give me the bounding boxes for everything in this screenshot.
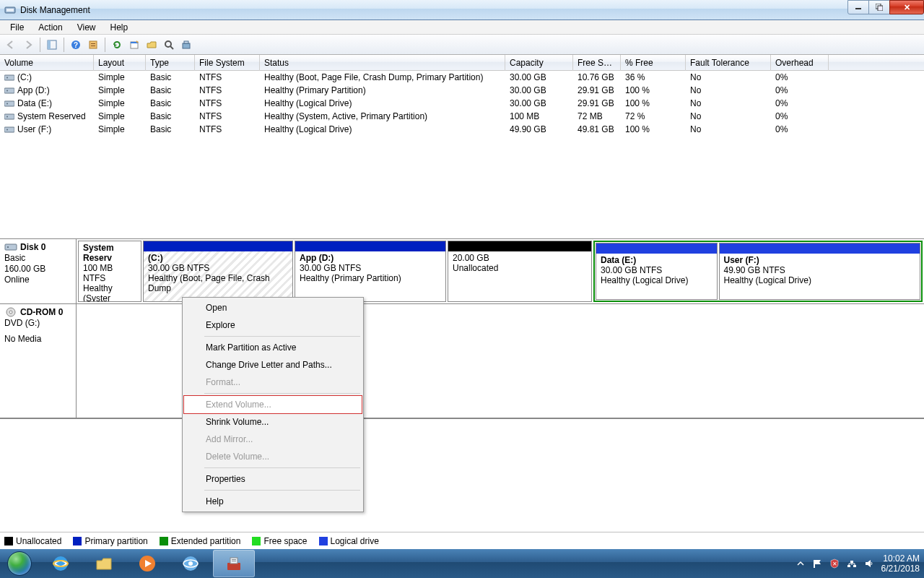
svg-rect-26 [4,127,14,132]
volume-icon [4,125,14,134]
volume-row[interactable]: System ReservedSimpleBasicNTFSHealthy (S… [0,110,924,123]
tray-volume-icon[interactable] [864,558,874,569]
taskbar-explorer[interactable] [83,550,125,577]
tray-network-icon[interactable] [847,558,857,569]
col-volume[interactable]: Volume [0,55,94,71]
maximize-button[interactable] [868,0,890,14]
partition-status: Healthy (Logical Drive) [601,275,712,285]
tray-chevron-icon[interactable] [796,559,805,568]
tray-time: 10:02 AM [881,553,920,564]
volume-capacity: 100 MB [505,110,573,123]
partition-d[interactable]: App (D:) 30.00 GB NTFS Healthy (Primary … [295,241,446,302]
menu-help[interactable]: Help [103,21,136,34]
volume-type: Basic [146,123,195,136]
tray-security-icon[interactable]: ✕ [829,558,840,569]
menu-view[interactable]: View [70,21,103,34]
back-button[interactable] [3,37,19,53]
volume-name: App (D:) [17,85,50,95]
svg-rect-41 [232,561,236,561]
col-type[interactable]: Type [146,55,195,71]
partition-status: Unallocated [453,263,587,273]
partition-size: 100 MB NTFS [83,263,136,283]
svg-rect-42 [814,560,815,568]
col-layout[interactable]: Layout [94,55,146,71]
ctx-extend-volume[interactable]: Extend Volume... [183,395,362,414]
partition-system-reserved[interactable]: System Reserv 100 MB NTFS Healthy (Syste… [78,241,141,302]
ctx-mark-active[interactable]: Mark Partition as Active [184,339,362,356]
disk-icon [4,242,17,252]
minimize-button[interactable] [847,0,869,14]
ctx-properties[interactable]: Properties [184,470,362,488]
volume-row[interactable]: Data (E:)SimpleBasicNTFSHealthy (Logical… [0,97,924,110]
col-status[interactable]: Status [260,55,505,71]
disk-map: Disk 0 Basic 160.00 GB Online System Res… [0,238,924,419]
cdrom-type: DVD (G:) [4,318,71,328]
ctx-format[interactable]: Format... [184,374,362,391]
volume-icon [4,99,14,108]
volume-pctfree: 100 % [621,123,686,136]
volume-row[interactable]: (C:)SimpleBasicNTFSHealthy (Boot, Page F… [0,71,924,84]
system-tray: ✕ 10:02 AM 6/21/2018 [796,553,924,574]
svg-rect-16 [183,43,190,48]
settings-button[interactable] [85,37,101,53]
partition-f[interactable]: User (F:) 49.90 GB NTFS Healthy (Logical… [719,243,921,300]
col-fs[interactable]: File System [195,55,260,71]
partition-size: 30.00 GB NTFS [601,265,712,275]
partition-unallocated[interactable]: 20.00 GB Unallocated [448,241,592,302]
taskbar-ie[interactable] [40,550,82,577]
volume-free: 49.81 GB [573,123,621,136]
partition-status: Healthy (Syster [83,283,136,302]
partition-size: 49.90 GB NTFS [724,265,916,275]
app-icon [4,4,16,16]
help-button[interactable]: ? [68,37,84,53]
col-fault[interactable]: Fault Tolerance [686,55,771,71]
context-menu: Open Explore Mark Partition as Active Ch… [182,297,364,512]
col-free[interactable]: Free Spa... [573,55,621,71]
svg-rect-45 [853,565,856,567]
svg-rect-40 [232,559,236,560]
wizard-button[interactable] [178,37,194,53]
partition-status: Healthy (Primary Partition) [300,273,441,283]
ctx-explore[interactable]: Explore [184,316,362,334]
close-button[interactable]: ✕ [889,0,924,14]
rescan-button[interactable] [161,37,177,53]
menu-action[interactable]: Action [31,21,69,34]
open-button[interactable] [144,37,160,53]
ctx-help[interactable]: Help [184,493,362,510]
volume-icon [4,73,14,82]
partition-c[interactable]: (C:) 30.00 GB NTFS Healthy (Boot, Page F… [143,241,293,302]
partition-status: Healthy (Boot, Page File, Crash Dump [148,273,288,293]
svg-rect-10 [91,43,95,44]
start-button[interactable] [0,549,39,578]
ctx-delete-volume[interactable]: Delete Volume... [184,448,362,465]
tray-flag-icon[interactable] [812,558,822,569]
ctx-shrink-volume[interactable]: Shrink Volume... [184,413,362,431]
menu-file[interactable]: File [3,21,31,34]
disk-0-type: Basic [4,253,71,263]
toolbar-showhide-button[interactable] [44,37,60,53]
svg-rect-17 [184,41,188,43]
partition-e[interactable]: Data (E:) 30.00 GB NTFS Healthy (Logical… [596,243,718,300]
disk-0-label[interactable]: Disk 0 Basic 160.00 GB Online [0,239,77,303]
svg-point-21 [6,90,8,92]
volume-row[interactable]: App (D:)SimpleBasicNTFSHealthy (Primary … [0,84,924,97]
legend-extended: Extended partition [171,536,241,546]
svg-point-27 [6,129,8,131]
ctx-open[interactable]: Open [184,299,362,316]
svg-rect-6 [48,40,51,49]
cdrom-label[interactable]: CD-ROM 0 DVD (G:) No Media [0,304,77,418]
col-capacity[interactable]: Capacity [505,55,573,71]
ctx-add-mirror[interactable]: Add Mirror... [184,431,362,448]
tray-clock[interactable]: 10:02 AM 6/21/2018 [881,553,920,574]
taskbar-diskmgmt[interactable] [213,550,255,577]
refresh-button[interactable] [109,37,125,53]
forward-button[interactable] [20,37,36,53]
ctx-change-letter[interactable]: Change Drive Letter and Paths... [184,356,362,374]
col-overhead[interactable]: Overhead [771,55,829,71]
volume-row[interactable]: User (F:)SimpleBasicNTFSHealthy (Logical… [0,123,924,136]
col-pctfree[interactable]: % Free [621,55,686,71]
volume-type: Basic [146,110,195,123]
taskbar-wmp[interactable] [126,550,168,577]
action-button[interactable] [126,37,142,53]
taskbar-app1[interactable] [170,550,212,577]
